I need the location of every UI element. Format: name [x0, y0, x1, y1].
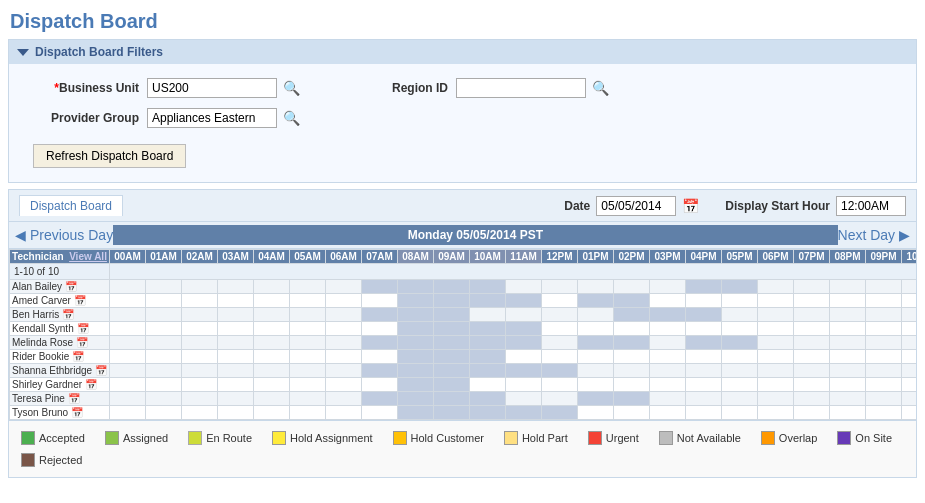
hour-cell[interactable] — [794, 406, 830, 420]
hour-cell[interactable] — [218, 308, 254, 322]
hour-cell[interactable] — [146, 308, 182, 322]
hour-cell[interactable] — [362, 406, 398, 420]
hour-cell[interactable] — [866, 364, 902, 378]
hour-cell[interactable] — [218, 378, 254, 392]
hour-cell[interactable] — [830, 322, 866, 336]
hour-cell[interactable] — [722, 294, 758, 308]
hour-cell[interactable] — [578, 336, 614, 350]
hour-cell[interactable] — [614, 294, 650, 308]
hour-cell[interactable] — [146, 294, 182, 308]
hour-cell[interactable] — [506, 308, 542, 322]
refresh-dispatch-btn[interactable]: Refresh Dispatch Board — [33, 144, 186, 168]
hour-cell[interactable] — [434, 322, 470, 336]
hour-cell[interactable] — [506, 336, 542, 350]
tech-calendar-icon[interactable]: 📅 — [62, 309, 74, 320]
hour-cell[interactable] — [578, 364, 614, 378]
hour-cell[interactable] — [110, 378, 146, 392]
hour-cell[interactable] — [650, 364, 686, 378]
tech-calendar-icon[interactable]: 📅 — [71, 407, 83, 418]
hour-cell[interactable] — [830, 378, 866, 392]
hour-cell[interactable] — [182, 308, 218, 322]
hour-cell[interactable] — [506, 406, 542, 420]
hour-cell[interactable] — [182, 336, 218, 350]
hour-cell[interactable] — [830, 350, 866, 364]
hour-cell[interactable] — [578, 378, 614, 392]
hour-cell[interactable] — [686, 378, 722, 392]
board-tab[interactable]: Dispatch Board — [19, 195, 123, 216]
hour-cell[interactable] — [182, 364, 218, 378]
hour-cell[interactable] — [902, 378, 917, 392]
hour-cell[interactable] — [830, 336, 866, 350]
hour-cell[interactable] — [794, 322, 830, 336]
hour-cell[interactable] — [326, 406, 362, 420]
prev-day-btn[interactable]: ◀ Previous Day — [15, 227, 113, 243]
tech-calendar-icon[interactable]: 📅 — [74, 295, 86, 306]
hour-cell[interactable] — [866, 280, 902, 294]
tech-calendar-icon[interactable]: 📅 — [68, 393, 80, 404]
hour-cell[interactable] — [470, 336, 506, 350]
hour-cell[interactable] — [542, 336, 578, 350]
hour-cell[interactable] — [650, 308, 686, 322]
hour-cell[interactable] — [866, 308, 902, 322]
hour-cell[interactable] — [866, 406, 902, 420]
hour-cell[interactable] — [614, 322, 650, 336]
hour-cell[interactable] — [362, 308, 398, 322]
hour-cell[interactable] — [434, 378, 470, 392]
hour-cell[interactable] — [794, 392, 830, 406]
hour-cell[interactable] — [362, 280, 398, 294]
tech-calendar-icon[interactable]: 📅 — [85, 379, 97, 390]
hour-cell[interactable] — [470, 322, 506, 336]
tech-calendar-icon[interactable]: 📅 — [65, 281, 77, 292]
calendar-icon[interactable]: 📅 — [682, 198, 699, 214]
hour-cell[interactable] — [218, 280, 254, 294]
hour-cell[interactable] — [542, 406, 578, 420]
hour-cell[interactable] — [902, 280, 917, 294]
hour-cell[interactable] — [758, 308, 794, 322]
hour-cell[interactable] — [794, 336, 830, 350]
hour-cell[interactable] — [326, 294, 362, 308]
hour-cell[interactable] — [254, 378, 290, 392]
tech-calendar-icon[interactable]: 📅 — [72, 351, 84, 362]
hour-cell[interactable] — [722, 350, 758, 364]
hour-cell[interactable] — [110, 336, 146, 350]
hour-cell[interactable] — [722, 322, 758, 336]
hour-cell[interactable] — [398, 350, 434, 364]
hour-cell[interactable] — [470, 378, 506, 392]
hour-cell[interactable] — [650, 406, 686, 420]
hour-cell[interactable] — [686, 322, 722, 336]
hour-cell[interactable] — [326, 378, 362, 392]
hour-cell[interactable] — [254, 406, 290, 420]
hour-cell[interactable] — [650, 280, 686, 294]
hour-cell[interactable] — [290, 308, 326, 322]
hour-cell[interactable] — [326, 336, 362, 350]
hour-cell[interactable] — [434, 350, 470, 364]
hour-cell[interactable] — [758, 336, 794, 350]
hour-cell[interactable] — [398, 406, 434, 420]
hour-cell[interactable] — [758, 280, 794, 294]
hour-cell[interactable] — [650, 336, 686, 350]
hour-cell[interactable] — [182, 406, 218, 420]
hour-cell[interactable] — [830, 392, 866, 406]
hour-cell[interactable] — [758, 294, 794, 308]
tech-calendar-icon[interactable]: 📅 — [76, 337, 88, 348]
hour-cell[interactable] — [218, 406, 254, 420]
hour-cell[interactable] — [650, 294, 686, 308]
hour-cell[interactable] — [362, 378, 398, 392]
hour-cell[interactable] — [722, 336, 758, 350]
hour-cell[interactable] — [362, 294, 398, 308]
hour-cell[interactable] — [362, 364, 398, 378]
hour-cell[interactable] — [254, 308, 290, 322]
hour-cell[interactable] — [542, 350, 578, 364]
hour-cell[interactable] — [326, 350, 362, 364]
hour-cell[interactable] — [902, 392, 917, 406]
hour-cell[interactable] — [686, 406, 722, 420]
hour-cell[interactable] — [794, 294, 830, 308]
hour-cell[interactable] — [542, 280, 578, 294]
hour-cell[interactable] — [506, 280, 542, 294]
hour-cell[interactable] — [614, 406, 650, 420]
display-start-input[interactable] — [836, 196, 906, 216]
view-all-link[interactable]: View All — [69, 251, 107, 262]
hour-cell[interactable] — [290, 350, 326, 364]
hour-cell[interactable] — [722, 364, 758, 378]
region-id-input[interactable] — [456, 78, 586, 98]
